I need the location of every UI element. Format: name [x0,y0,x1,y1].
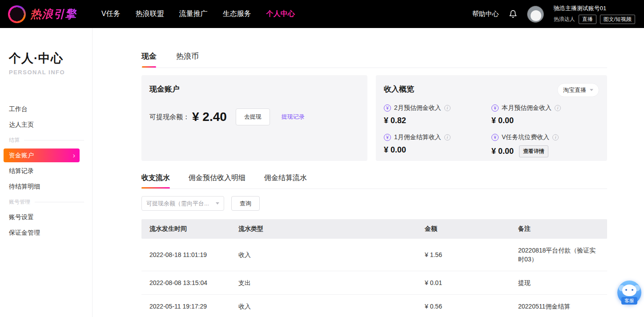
yen-circle-icon: ¥ [491,104,499,112]
sidebar-item-settlement-records[interactable]: 结算记录 [0,163,92,179]
main-content: 现金 热浪币 现金账户 可提现余额： ¥ 2.40 去提现 提现记录 收入概览 … [93,28,644,317]
channel-dropdown-value: 淘宝直播 [563,86,586,94]
query-button[interactable]: 查询 [231,196,260,211]
withdrawable-balance-value: ¥ 2.40 [192,110,227,124]
table-row: 2022-08-18 11:01:19 收入 ¥ 1.56 20220818平台… [141,239,607,271]
cash-account-title: 现金账户 [149,84,359,94]
cell-time: 2022-08-08 13:15:04 [141,278,230,287]
stat-label: V任务坑位费收入 [502,133,549,141]
table-row: 2022-08-08 13:15:04 支出 ¥ 0.01 提现 [141,271,607,295]
cell-note: 提现 [510,278,607,287]
stat-label-row: ¥ 本月预估佣金收入 i [491,104,599,112]
info-icon[interactable]: i [444,105,451,111]
account-info: 驰浩主播测试账号01 热浪达人 直播 图文/短视频 [554,4,635,24]
nav-item-traffic-promotion[interactable]: 流量推广 [179,9,208,19]
page-body: 个人·中心 PERSONAL INFO 工作台 达人主页 结算 资金账户 › 结… [0,28,644,317]
sidebar-section-settlement: 结算 [0,132,92,148]
nav-item-personal-center[interactable]: 个人中心 [266,9,295,19]
balance-row: 可提现余额： ¥ 2.40 去提现 提现记录 [149,108,359,125]
stat-value: ¥ 0.82 [384,116,491,125]
sidebar-item-deposit-management[interactable]: 保证金管理 [0,225,92,241]
chevron-down-icon [216,202,219,205]
sidebar: 个人·中心 PERSONAL INFO 工作台 达人主页 结算 资金账户 › 结… [0,28,93,317]
stat-label: 2月预估佣金收入 [394,104,441,112]
stat-value: ¥ 0.00 [491,116,599,125]
cell-type: 收入 [230,302,417,311]
yen-circle-icon: ¥ [491,134,499,141]
customer-service-button[interactable]: 客服 [617,281,641,305]
withdraw-button[interactable]: 去提现 [236,108,270,125]
income-stats-grid: ¥ 2月预估佣金收入 i ¥ 0.82 ¥ 本月预估佣金收入 i ¥ 0.00 [384,104,599,157]
cell-note: 20220511佣金结算 [510,302,607,311]
col-header-note: 备注 [510,225,607,233]
logo-icon [8,5,26,23]
filter-row: 可提现余额（需向平台... 查询 [141,196,607,211]
tab-income-expense-flow[interactable]: 收支流水 [141,173,170,189]
logo[interactable]: 热浪引擎 [8,5,76,23]
balance-type-dropdown-value: 可提现余额（需向平台... [146,200,209,208]
notification-bell-icon[interactable] [509,10,517,18]
cell-type: 支出 [230,278,417,287]
cell-type: 收入 [230,250,417,259]
income-overview-header: 收入概览 淘宝直播 [384,84,599,97]
customer-service-label: 客服 [621,297,637,305]
sidebar-item-talent-homepage[interactable]: 达人主页 [0,117,92,132]
tab-relang-coin[interactable]: 热浪币 [176,51,199,68]
stat-label: 本月预估佣金收入 [502,104,551,112]
stat-jan-settled-commission: ¥ 1月佣金结算收入 i ¥ 0.00 [384,133,491,157]
withdrawable-balance-label: 可提现余额： [149,113,189,121]
elephant-icon [622,285,636,296]
tab-commission-estimate-detail[interactable]: 佣金预估收入明细 [189,173,246,189]
view-details-button[interactable]: 查看详情 [519,145,548,157]
sidebar-item-account-settings[interactable]: 账号设置 [0,209,92,225]
stat-feb-estimated-commission: ¥ 2月预估佣金收入 i ¥ 0.82 [384,104,491,125]
nav-item-relang-union[interactable]: 热浪联盟 [136,9,164,19]
sidebar-menu: 工作台 达人主页 结算 资金账户 › 结算记录 待结算明细 账号管理 账号设置 … [0,101,92,241]
yen-circle-icon: ¥ [384,134,391,141]
info-icon[interactable]: i [444,134,451,140]
sidebar-item-pending-settlement[interactable]: 待结算明细 [0,179,92,194]
yen-circle-icon: ¥ [384,104,391,112]
account-type-label: 热浪达人 [554,16,575,23]
nav-item-eco-services[interactable]: 生态服务 [223,9,251,19]
tab-commission-settlement-flow[interactable]: 佣金结算流水 [264,173,307,189]
info-icon[interactable]: i [552,134,559,140]
table-header-row: 流水发生时间 流水类型 金额 备注 [141,219,607,239]
top-nav-menu: V任务 热浪联盟 流量推广 生态服务 个人中心 [101,9,295,19]
sidebar-section-account-management: 账号管理 [0,194,92,209]
account-name: 驰浩主播测试账号01 [554,4,635,12]
nav-item-v-tasks[interactable]: V任务 [101,9,121,19]
col-header-time: 流水发生时间 [141,225,230,233]
avatar[interactable] [527,6,544,23]
info-icon[interactable]: i [555,105,561,111]
cell-note: 20220818平台付款（验证实时03） [510,246,607,264]
badge-content-video: 图文/短视频 [600,15,635,24]
stat-value: ¥ 0.00 [384,145,491,155]
logo-text: 热浪引擎 [30,7,76,21]
stat-label-row: ¥ 1月佣金结算收入 i [384,133,491,141]
sidebar-subtitle: PERSONAL INFO [9,69,92,76]
stat-label-row: ¥ 2月预估佣金收入 i [384,104,491,112]
topnav-right: 帮助中心 驰浩主播测试账号01 热浪达人 直播 图文/短视频 [472,4,635,24]
col-header-type: 流水类型 [230,225,417,233]
summary-cards: 现金账户 可提现余额： ¥ 2.40 去提现 提现记录 收入概览 淘宝直播 [141,75,607,161]
tab-cash[interactable]: 现金 [141,51,157,68]
chevron-right-icon: › [73,152,75,159]
col-header-amount: 金额 [417,225,510,233]
chevron-down-icon [590,89,593,91]
withdraw-records-link[interactable]: 提现记录 [282,113,305,121]
stat-label-row: ¥ V任务坑位费收入 i [491,133,599,141]
help-center-link[interactable]: 帮助中心 [472,10,499,18]
flow-table: 流水发生时间 流水类型 金额 备注 2022-08-18 11:01:19 收入… [141,219,607,317]
badge-live: 直播 [579,15,596,24]
channel-dropdown[interactable]: 淘宝直播 [557,83,599,97]
money-tabs: 现金 热浪币 [141,28,607,68]
stat-value: ¥ 0.00 [491,147,514,156]
balance-type-dropdown[interactable]: 可提现余额（需向平台... [141,196,224,211]
cell-time: 2022-08-18 11:01:19 [141,250,230,259]
sidebar-item-funds-account[interactable]: 资金账户 › [4,148,80,162]
stat-vtask-slot-fee: ¥ V任务坑位费收入 i ¥ 0.00 查看详情 [491,133,599,157]
sidebar-item-workbench[interactable]: 工作台 [0,101,92,117]
sidebar-item-label: 资金账户 [9,148,34,162]
income-overview-title: 收入概览 [384,84,414,94]
